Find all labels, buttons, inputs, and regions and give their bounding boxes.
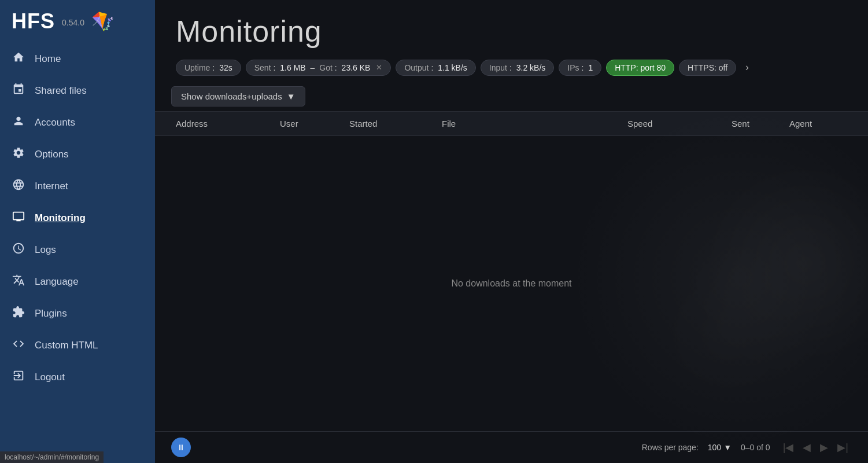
language-icon — [12, 274, 25, 289]
input-label: Input — [489, 63, 507, 72]
output-label: Output — [404, 63, 429, 72]
sidebar-label-plugins: Plugins — [35, 308, 67, 319]
pagination-bar: ⏸ Rows per page: 100 ▼ 0–0 of 0 |◀ ◀ ▶ ▶… — [155, 431, 868, 463]
toolbar: Show downloads+uploads ▼ — [155, 82, 868, 111]
dropdown-label: Show downloads+uploads — [181, 91, 282, 101]
rows-dropdown-icon: ▼ — [723, 443, 732, 452]
pagination-range: 0–0 of 0 — [741, 443, 770, 452]
sidebar-label-logs: Logs — [35, 244, 56, 256]
https-badge[interactable]: HTTPS: off — [679, 60, 736, 76]
sidebar-item-logout[interactable]: Logout — [0, 361, 155, 393]
pause-icon: ⏸ — [177, 443, 185, 452]
next-page-button[interactable]: ▶ — [817, 439, 832, 456]
sent-label: Sent — [254, 63, 271, 72]
input-value: 3.2 kB/s — [516, 63, 546, 72]
col-speed: Speed — [627, 119, 732, 128]
http-label: HTTP: port 80 — [615, 63, 666, 72]
col-started: Started — [349, 119, 442, 128]
sidebar-label-custom-html: Custom HTML — [35, 340, 98, 351]
options-icon — [12, 146, 25, 162]
sidebar-label-language: Language — [35, 276, 79, 288]
page-header: Monitoring — [155, 0, 868, 53]
ips-value: 1 — [588, 63, 593, 72]
https-label: HTTPS: off — [688, 63, 727, 72]
sidebar-label-accounts: Accounts — [35, 117, 75, 128]
sidebar-item-options[interactable]: Options — [0, 138, 155, 170]
custom-html-icon — [12, 337, 25, 353]
uptime-label: Uptime — [184, 63, 210, 72]
table-header-row: Address User Started File Speed Sent Age… — [155, 111, 868, 136]
show-downloads-dropdown[interactable]: Show downloads+uploads ▼ — [171, 86, 305, 106]
sidebar-label-shared-files: Shared files — [35, 85, 87, 97]
monitoring-icon — [12, 210, 25, 226]
last-page-button[interactable]: ▶| — [834, 439, 852, 456]
transfers-table: Address User Started File Speed Sent Age… — [155, 111, 868, 431]
sidebar-item-internet[interactable]: Internet — [0, 170, 155, 202]
internet-icon — [12, 178, 25, 194]
got-label: Got — [319, 63, 333, 72]
sidebar-item-logs[interactable]: Logs — [0, 234, 155, 266]
http-badge[interactable]: HTTP: port 80 — [606, 60, 674, 76]
app-name: HFS — [12, 9, 55, 34]
got-value: 23.6 KB — [342, 63, 371, 72]
logout-icon — [12, 369, 25, 385]
col-address: Address — [176, 119, 280, 128]
status-bar: Uptime: 32s Sent: 1.6 MB – Got: 23.6 KB … — [155, 53, 868, 82]
sidebar-item-custom-html[interactable]: Custom HTML — [0, 329, 155, 361]
ips-label: IPs — [567, 63, 579, 72]
sidebar-label-monitoring: Monitoring — [35, 212, 86, 224]
sidebar: HFS 0.54.0 🪁 Home Shared files Accounts — [0, 0, 155, 463]
col-file: File — [442, 119, 627, 128]
shared-files-icon — [12, 83, 25, 98]
sidebar-nav: Home Shared files Accounts Options — [0, 43, 155, 393]
sidebar-item-plugins[interactable]: Plugins — [0, 297, 155, 329]
page-title: Monitoring — [176, 14, 847, 49]
sidebar-item-shared-files[interactable]: Shared files — [0, 75, 155, 106]
statusbar-url: localhost/~/admin/#/monitoring — [0, 451, 104, 463]
first-page-button[interactable]: |◀ — [780, 439, 797, 456]
table-body: No downloads at the moment — [155, 136, 868, 431]
main-content: Monitoring Uptime: 32s Sent: 1.6 MB – Go… — [155, 0, 868, 463]
rows-value: 100 — [708, 443, 721, 452]
col-sent: Sent — [732, 119, 789, 128]
sidebar-item-accounts[interactable]: Accounts — [0, 106, 155, 138]
output-badge: Output: 1.1 kB/s — [396, 60, 475, 76]
chevron-down-icon: ▼ — [287, 91, 296, 101]
sent-value: 1.6 MB — [280, 63, 305, 72]
sent-got-badge: Sent: 1.6 MB – Got: 23.6 KB ✕ — [246, 60, 391, 76]
empty-message: No downloads at the moment — [451, 278, 571, 289]
col-agent: Agent — [789, 119, 847, 128]
app-version: 0.54.0 — [62, 18, 84, 27]
sidebar-label-options: Options — [35, 149, 69, 160]
sidebar-header: HFS 0.54.0 🪁 — [0, 0, 155, 43]
rows-per-page-select[interactable]: 100 ▼ — [708, 443, 732, 452]
ips-badge: IPs: 1 — [559, 60, 601, 76]
rows-per-page-label: Rows per page: — [642, 443, 699, 452]
output-value: 1.1 kB/s — [438, 63, 467, 72]
plugins-icon — [12, 306, 25, 321]
input-badge: Input: 3.2 kB/s — [481, 60, 555, 76]
accounts-icon — [12, 115, 25, 130]
sidebar-item-language[interactable]: Language — [0, 266, 155, 297]
uptime-badge: Uptime: 32s — [176, 60, 241, 76]
close-icon[interactable]: ✕ — [376, 63, 382, 72]
sidebar-label-logout: Logout — [35, 372, 65, 383]
sidebar-item-monitoring[interactable]: Monitoring — [0, 202, 155, 234]
sidebar-item-home[interactable]: Home — [0, 43, 155, 75]
pause-button[interactable]: ⏸ — [171, 438, 191, 457]
watermark — [579, 136, 868, 431]
logs-icon — [12, 242, 25, 258]
pagination-nav: |◀ ◀ ▶ ▶| — [780, 439, 852, 456]
sidebar-label-internet: Internet — [35, 181, 68, 192]
more-arrow-icon[interactable]: › — [741, 59, 754, 76]
sidebar-label-home: Home — [35, 53, 61, 65]
app-logo: 🪁 — [91, 10, 114, 32]
col-user: User — [280, 119, 349, 128]
home-icon — [12, 51, 25, 67]
uptime-value: 32s — [219, 63, 232, 72]
prev-page-button[interactable]: ◀ — [799, 439, 814, 456]
